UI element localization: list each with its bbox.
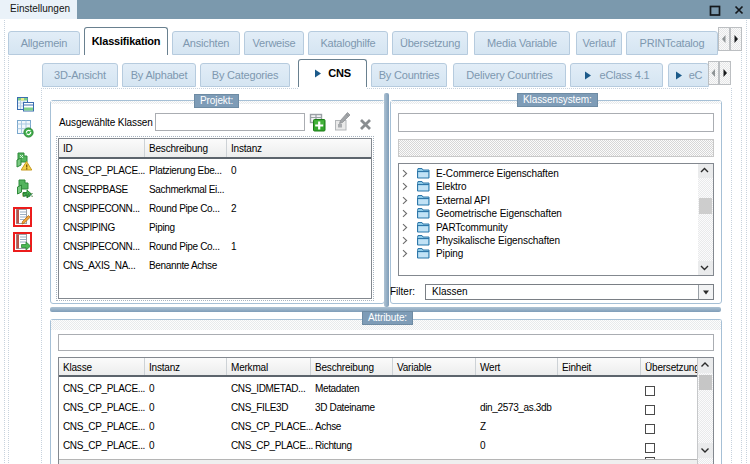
svg-text:DWG: DWG: [23, 192, 34, 198]
